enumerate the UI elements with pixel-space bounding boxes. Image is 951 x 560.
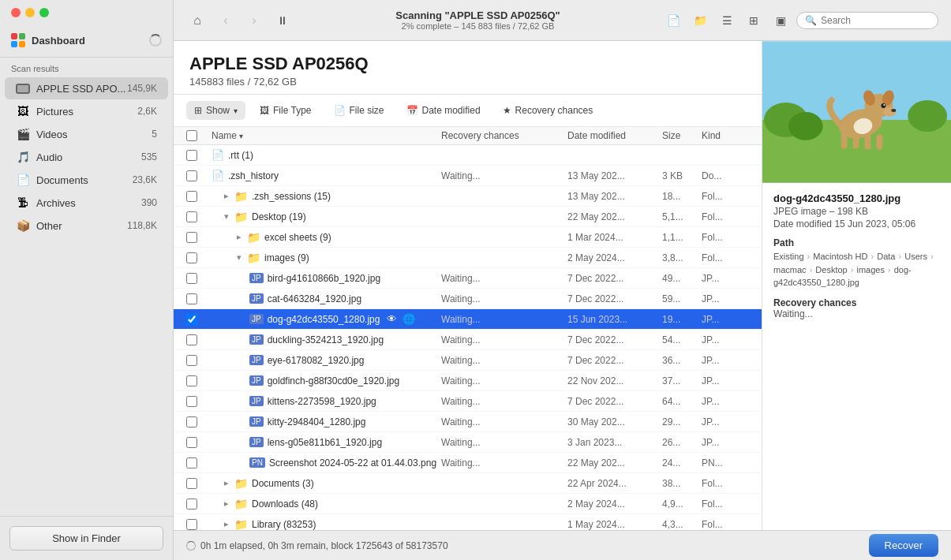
recovery-chances-filter-button[interactable]: ★ Recovery chances (495, 101, 601, 120)
table-row[interactable]: ▸📁 excel sheets (9) 1 Mar 2024... 1,1...… (174, 227, 762, 248)
table-row[interactable]: JP kittens-2273598_1920.jpg Waiting... 7… (174, 391, 762, 412)
row-checkbox[interactable] (186, 273, 197, 284)
row-checkbox[interactable] (186, 293, 197, 304)
row-checkbox[interactable] (186, 375, 197, 386)
sidebar-item-documents[interactable]: 📄 Documents 23,6K (5, 169, 168, 191)
kind-cell: PN... (702, 457, 749, 469)
row-checkbox-container[interactable] (186, 314, 212, 325)
row-checkbox-container[interactable] (186, 396, 212, 407)
row-checkbox[interactable] (186, 170, 197, 181)
row-checkbox-container[interactable] (186, 519, 212, 530)
dashboard-label: Dashboard (32, 35, 85, 47)
table-row[interactable]: ▾📁 Desktop (19) 22 May 202... 5,1... Fol… (174, 207, 762, 227)
sidebar-toggle-button[interactable]: ▣ (769, 9, 792, 32)
kind-column-header: Kind (702, 130, 749, 141)
table-row[interactable]: ▸📁 Documents (3) 22 Apr 2024... 38... Fo… (174, 473, 762, 494)
row-checkbox-container[interactable] (186, 293, 212, 304)
table-row[interactable]: JP lens-g05e811b61_1920.jpg Waiting... 3… (174, 432, 762, 453)
home-button[interactable]: ⌂ (186, 9, 208, 32)
row-checkbox[interactable] (186, 232, 197, 243)
file-type-filter-button[interactable]: 🖼 File Type (252, 101, 319, 120)
row-checkbox[interactable] (186, 252, 197, 263)
row-checkbox-container[interactable] (186, 355, 212, 366)
table-row[interactable]: JP bird-g41610866b_1920.jpg Waiting... 7… (174, 268, 762, 289)
show-filter-button[interactable]: ⊞ Show ▾ (186, 101, 245, 120)
row-checkbox[interactable] (186, 498, 197, 510)
file-name-text: excel sheets (9) (264, 232, 331, 243)
row-checkbox[interactable] (186, 334, 197, 345)
row-checkbox-container[interactable] (186, 334, 212, 345)
row-checkbox[interactable] (186, 314, 197, 325)
sidebar-item-apple-ssd[interactable]: APPLE SSD APO... 145,9K (5, 77, 168, 99)
forward-button[interactable]: › (243, 9, 265, 32)
search-input[interactable] (821, 15, 939, 26)
select-all-checkbox[interactable] (186, 130, 197, 141)
table-row[interactable]: JP goldfinch-g88f30cd0e_1920.jpg Waiting… (174, 371, 762, 391)
row-checkbox[interactable] (186, 437, 197, 448)
row-checkbox-container[interactable] (186, 170, 212, 181)
pause-button[interactable]: ⏸ (271, 9, 294, 32)
dashboard-nav[interactable]: Dashboard (11, 33, 85, 47)
row-checkbox[interactable] (186, 519, 197, 530)
name-column-header[interactable]: Name ▾ (212, 130, 441, 141)
select-all-checkbox-container[interactable] (186, 130, 212, 141)
row-checkbox[interactable] (186, 355, 197, 366)
row-checkbox[interactable] (186, 191, 197, 202)
table-row[interactable]: ▸📁 .zsh_sessions (15) 13 May 202... 18..… (174, 186, 762, 207)
recover-button[interactable]: Recover (869, 534, 938, 557)
recovery-column-header: Recovery chances (441, 130, 567, 141)
table-row[interactable]: JP duckling-3524213_1920.jpg Waiting... … (174, 330, 762, 350)
row-checkbox-container[interactable] (186, 457, 212, 469)
file-table-body: 📄 .rtt (1) 📄 .zsh_history Waiting... 13 … (174, 145, 762, 530)
row-checkbox[interactable] (186, 416, 197, 427)
table-row[interactable]: JP eye-6178082_1920.jpg Waiting... 7 Dec… (174, 350, 762, 371)
sidebar-item-other[interactable]: 📦 Other 118,8K (5, 215, 168, 237)
date-cell: 15 Jun 2023... (567, 314, 662, 325)
date-modified-filter-button[interactable]: 📅 Date modified (399, 101, 489, 120)
sidebar-item-audio[interactable]: 🎵 Audio 535 (5, 146, 168, 168)
row-checkbox[interactable] (186, 150, 197, 161)
new-file-button[interactable]: 📄 (662, 9, 684, 32)
minimize-button[interactable] (25, 8, 35, 17)
sidebar-item-pictures[interactable]: 🖼 Pictures 2,6K (5, 100, 168, 122)
cell-name: ▸📁 Downloads (48) (212, 498, 441, 510)
table-row[interactable]: JP kitty-2948404_1280.jpg Waiting... 30 … (174, 412, 762, 432)
close-button[interactable] (11, 8, 21, 17)
name-sort-arrow: ▾ (239, 132, 243, 140)
list-view-button[interactable]: ☰ (716, 9, 738, 32)
date-cell: 22 Nov 202... (567, 375, 662, 386)
row-checkbox-container[interactable] (186, 191, 212, 202)
row-checkbox[interactable] (186, 396, 197, 407)
table-row[interactable]: 📄 .zsh_history Waiting... 13 May 202... … (174, 166, 762, 186)
row-checkbox-container[interactable] (186, 252, 212, 263)
row-checkbox[interactable] (186, 457, 197, 469)
sidebar-item-videos[interactable]: 🎬 Videos 5 (5, 123, 168, 145)
table-row[interactable]: ▾📁 images (9) 2 May 2024... 3,8... Fol..… (174, 248, 762, 268)
kind-cell: Fol... (702, 211, 749, 222)
cell-name: PN Screenshot 2024-05-22 at 01.44.03.png (212, 457, 441, 469)
row-checkbox-container[interactable] (186, 273, 212, 284)
new-folder-button[interactable]: 📁 (689, 9, 711, 32)
grid-view-button[interactable]: ⊞ (743, 9, 765, 32)
row-checkbox-container[interactable] (186, 150, 212, 161)
row-checkbox[interactable] (186, 478, 197, 489)
row-checkbox[interactable] (186, 211, 197, 222)
row-checkbox-container[interactable] (186, 232, 212, 243)
row-checkbox-container[interactable] (186, 437, 212, 448)
back-button[interactable]: ‹ (215, 9, 237, 32)
row-checkbox-container[interactable] (186, 211, 212, 222)
row-checkbox-container[interactable] (186, 498, 212, 510)
row-checkbox-container[interactable] (186, 375, 212, 386)
row-checkbox-container[interactable] (186, 478, 212, 489)
table-row[interactable]: 📄 .rtt (1) (174, 145, 762, 166)
show-in-finder-button[interactable]: Show in Finder (9, 526, 163, 551)
table-row[interactable]: PN Screenshot 2024-05-22 at 01.44.03.png… (174, 453, 762, 473)
table-row[interactable]: ▸📁 Library (83253) 1 May 2024... 4,3... … (174, 514, 762, 530)
maximize-button[interactable] (39, 8, 49, 17)
table-row[interactable]: JP cat-6463284_1920.jpg Waiting... 7 Dec… (174, 289, 762, 309)
file-size-filter-button[interactable]: 📄 File size (326, 101, 392, 120)
row-checkbox-container[interactable] (186, 416, 212, 427)
table-row[interactable]: JP dog-g42dc43550_1280.jpg 👁🌐 Waiting...… (174, 309, 762, 330)
table-row[interactable]: ▸📁 Downloads (48) 2 May 2024... 4,9... F… (174, 494, 762, 514)
sidebar-item-archives[interactable]: 🗜 Archives 390 (5, 192, 168, 214)
